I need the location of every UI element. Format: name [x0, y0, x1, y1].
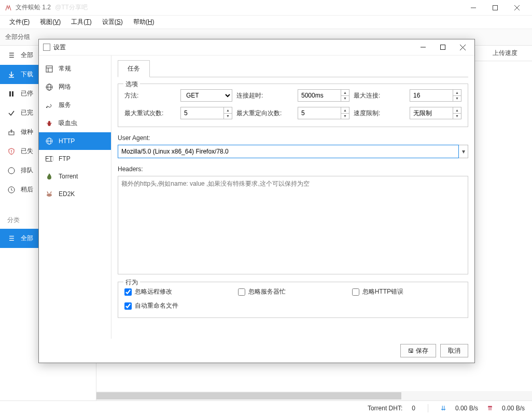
horizontal-scrollbar[interactable]: [96, 391, 532, 400]
save-button[interactable]: 🖫保存: [400, 344, 436, 357]
pause-icon: [7, 90, 16, 98]
upload-arrow-icon: ⇈: [487, 405, 493, 412]
headers-label: Headers:: [118, 165, 468, 173]
user-agent-input[interactable]: [118, 145, 459, 158]
app-title: 文件蜈蚣 1.2: [16, 3, 51, 12]
max-retry-input[interactable]: [180, 107, 224, 119]
svg-point-9: [8, 168, 15, 174]
speed-limit-input[interactable]: [410, 107, 453, 119]
main-titlebar: 文件蜈蚣 1.2 @TT分享吧: [0, 0, 532, 16]
close-button[interactable]: [506, 1, 528, 15]
minimize-button[interactable]: [463, 1, 484, 15]
menu-file[interactable]: 文件(F): [5, 16, 34, 28]
options-form: 方法: GET 连接超时: ▲▼ 最大连接: ▲▼ 最大重试次数: ▲▼ 最大重…: [124, 89, 461, 119]
layout-icon: [45, 65, 53, 73]
settings-item-http[interactable]: HTTP: [39, 132, 111, 150]
svg-line-23: [47, 123, 48, 123]
settings-item-network[interactable]: 网络: [39, 78, 111, 96]
settings-item-torrent[interactable]: Torrent: [39, 168, 111, 185]
settings-item-label: 常规: [59, 64, 71, 73]
ignore-http-error-checkbox[interactable]: 忽略HTTP错误: [352, 287, 461, 296]
settings-item-ftp[interactable]: FTPFTP: [39, 150, 111, 168]
chevron-down-icon[interactable]: ▼: [341, 96, 349, 102]
max-redirect-input[interactable]: [298, 107, 341, 119]
dialog-close-button[interactable]: [453, 40, 472, 54]
user-agent-dropdown-button[interactable]: ▾: [459, 145, 468, 158]
chevron-up-icon[interactable]: ▲: [453, 107, 461, 114]
scrollbar-thumb[interactable]: [96, 392, 401, 399]
sidebar-item-label: 排队: [21, 166, 33, 175]
sidebar-item-label: 做种: [21, 128, 33, 136]
chevron-up-icon[interactable]: ▲: [453, 90, 461, 96]
statusbar: Torrent DHT: 0 ⇊ 0.00 B/s ⇈ 0.00 B/s: [0, 400, 532, 415]
menu-tools[interactable]: 工具(T): [67, 16, 95, 28]
dialog-titlebar: 设置: [39, 39, 474, 55]
chevron-down-icon[interactable]: ▼: [453, 96, 461, 102]
options-legend: 选项: [123, 80, 140, 89]
timeout-spinner[interactable]: ▲▼: [298, 89, 349, 102]
flame-icon: [45, 172, 53, 181]
group-label: 全部分组: [5, 33, 30, 42]
column-upload-speed[interactable]: 上传速度: [488, 49, 522, 58]
auto-rename-checkbox[interactable]: 自动重命名文件: [124, 301, 234, 310]
bug-icon: [45, 119, 53, 128]
chevron-up-icon[interactable]: ▲: [341, 90, 349, 96]
ignore-remote-mod-checkbox[interactable]: 忽略远程修改: [124, 287, 234, 296]
dialog-maximize-button[interactable]: [433, 40, 453, 54]
speed-limit-spinner[interactable]: ▲▼: [410, 107, 461, 119]
settings-item-label: 服务: [59, 101, 71, 109]
sidebar-item-label: 已完: [21, 108, 33, 117]
menu-help[interactable]: 帮助(H): [129, 16, 159, 28]
svg-point-8: [11, 153, 12, 154]
settings-content: 任务 选项 方法: GET 连接超时: ▲▼ 最大连接: ▲▼ 最大重试次数: …: [111, 56, 474, 339]
max-conn-input[interactable]: [410, 89, 453, 102]
timeout-input[interactable]: [298, 89, 341, 102]
settings-item-general[interactable]: 常规: [39, 60, 111, 78]
maximize-button[interactable]: [484, 1, 506, 15]
cancel-button[interactable]: 取消: [440, 344, 468, 357]
menubar: 文件(F) 视图(V) 工具(T) 设置(S) 帮助(H): [0, 16, 532, 29]
compass-icon: [7, 167, 16, 175]
clock-icon: [7, 186, 16, 194]
settings-item-services[interactable]: 服务: [39, 96, 111, 114]
download-arrow-icon: ⇊: [441, 405, 446, 412]
method-label: 方法:: [124, 91, 176, 100]
settings-item-label: HTTP: [59, 137, 75, 145]
dialog-footer: 🖫保存 取消: [39, 339, 474, 363]
tab-task[interactable]: 任务: [118, 60, 150, 77]
upload-speed-value: 0.00 B/s: [502, 405, 525, 412]
chevron-up-icon[interactable]: ▲: [224, 107, 232, 114]
menu-view[interactable]: 视图(V): [36, 16, 65, 28]
settings-item-leech[interactable]: 吸血虫: [39, 114, 111, 132]
menu-settings[interactable]: 设置(S): [98, 16, 127, 28]
behavior-legend: 行为: [123, 278, 140, 287]
ignore-server-busy-checkbox[interactable]: 忽略服务器忙: [238, 287, 347, 296]
sidebar-item-label: 全部: [21, 51, 33, 60]
shield-alert-icon: [7, 147, 16, 156]
settings-item-ed2k[interactable]: ED2K: [39, 185, 111, 203]
dialog-minimize-button[interactable]: [413, 40, 433, 54]
torrent-dht-label: Torrent DHT:: [368, 405, 402, 412]
dialog-title: 设置: [53, 43, 66, 52]
svg-rect-15: [46, 66, 52, 72]
chevron-down-icon[interactable]: ▼: [453, 114, 461, 119]
svg-point-22: [48, 121, 50, 123]
settings-item-label: 网络: [59, 82, 71, 91]
max-redirect-spinner[interactable]: ▲▼: [298, 107, 349, 119]
chevron-up-icon[interactable]: ▲: [341, 107, 349, 114]
svg-rect-12: [441, 45, 445, 50]
dialog-icon: [43, 44, 50, 51]
options-fieldset: 选项 方法: GET 连接超时: ▲▼ 最大连接: ▲▼ 最大重试次数: ▲▼ …: [118, 84, 468, 127]
headers-textarea[interactable]: [118, 176, 468, 274]
speed-limit-label: 速度限制:: [354, 109, 405, 118]
method-select[interactable]: GET: [180, 89, 232, 102]
save-icon: 🖫: [408, 348, 414, 354]
ftp-icon: FTP: [45, 155, 53, 163]
max-retry-label: 最大重试次数:: [124, 109, 176, 118]
divider: [428, 404, 428, 412]
chevron-down-icon[interactable]: ▼: [341, 114, 349, 119]
chevron-down-icon[interactable]: ▼: [224, 114, 232, 119]
max-retry-spinner[interactable]: ▲▼: [180, 107, 232, 119]
dialog-window-controls: [413, 40, 472, 54]
max-conn-spinner[interactable]: ▲▼: [410, 89, 461, 102]
